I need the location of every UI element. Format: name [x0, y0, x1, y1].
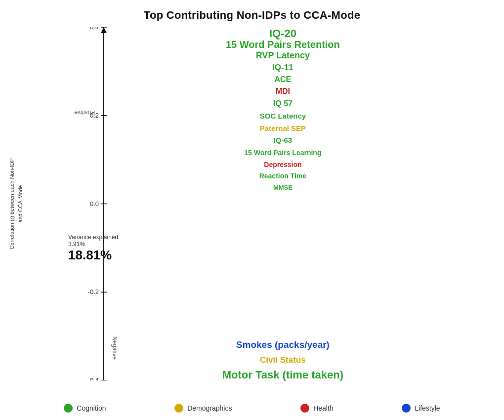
legend-label: Lifestyle — [415, 404, 440, 412]
variance-label: Variance explained: — [68, 234, 120, 241]
data-item-label: Paternal SEP — [260, 124, 306, 132]
svg-text:Positive: Positive — [74, 109, 95, 116]
legend-label: Cognition — [77, 404, 106, 412]
legend-item: Lifestyle — [402, 404, 440, 413]
data-item-label: MMSE — [273, 184, 293, 191]
legend-label: Demographics — [187, 404, 232, 412]
legend: CognitionDemographicsHealthLifestyle — [0, 404, 504, 413]
variance-box: Variance explained: 3.91% 18.81% — [68, 234, 120, 263]
data-item-label: 15 Word Pairs Retention — [226, 39, 340, 50]
data-item-label: Smokes (packs/year) — [236, 339, 330, 350]
variance-pct1: 3.91% — [68, 241, 120, 248]
chart-title: Top Contributing Non-IDPs to CCA-Mode — [0, 0, 504, 22]
variance-pct2: 18.81% — [68, 248, 120, 263]
data-item-label: IQ 57 — [273, 99, 293, 108]
svg-text:Negative: Negative — [111, 336, 118, 360]
legend-item: Health — [300, 404, 333, 413]
legend-dot — [64, 404, 73, 413]
data-item-label: 15 Word Pairs Learning — [244, 149, 321, 157]
svg-text:0.4: 0.4 — [90, 27, 99, 31]
legend-label: Health — [313, 404, 333, 412]
data-item-label: Civil Status — [260, 355, 306, 365]
legend-item: Cognition — [64, 404, 106, 413]
y-axis-label: Correlation (r) between each Non-IDPand … — [8, 158, 24, 250]
data-item-label: RVP Latency — [256, 50, 310, 61]
svg-marker-1 — [101, 27, 107, 33]
chart-container: Top Contributing Non-IDPs to CCA-Mode Co… — [0, 0, 504, 420]
data-item-label: SOC Latency — [260, 112, 306, 120]
data-item-label: Reaction Time — [259, 172, 306, 180]
data-item-label: ACE — [275, 75, 292, 84]
legend-dot — [402, 404, 411, 413]
data-item-label: IQ-11 — [272, 63, 294, 73]
svg-text:-0.4: -0.4 — [88, 377, 99, 380]
svg-text:-0.2: -0.2 — [88, 288, 99, 295]
data-item-label: IQ-20 — [269, 27, 296, 40]
legend-dot — [174, 404, 183, 413]
data-item-label: IQ-63 — [274, 136, 293, 144]
chart-area: 0.40.20.0-0.2-0.4PositiveNegative IQ-201… — [59, 27, 489, 380]
data-item-label: MDI — [276, 87, 290, 96]
data-item-label: Motor Task (time taken) — [222, 369, 343, 381]
svg-text:0.0: 0.0 — [90, 200, 99, 208]
legend-dot — [300, 404, 309, 413]
legend-item: Demographics — [174, 404, 232, 413]
data-item-label: Depression — [264, 161, 301, 168]
